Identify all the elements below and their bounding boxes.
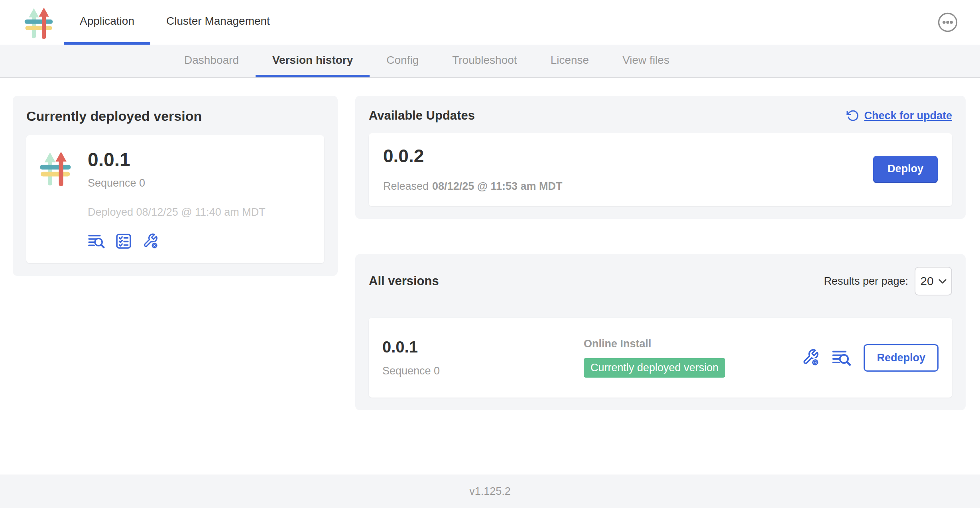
version-row-number: 0.0.1 [382,338,584,356]
deployed-timestamp: Deployed 08/12/25 @ 11:40 am MDT [88,206,266,219]
edit-config-button[interactable] [142,233,159,250]
main-content: Currently deployed version 0.0.1 Sequenc… [0,78,980,475]
refresh-ccw-icon [846,109,859,122]
chevron-down-icon [939,279,947,284]
deployed-version-number: 0.0.1 [88,149,266,171]
right-column: Available Updates Check for update 0.0.2… [355,96,966,410]
check-for-update-link[interactable]: Check for update [846,109,952,122]
deployed-version-column: Currently deployed version 0.0.1 Sequenc… [13,96,338,276]
available-updates-header: Available Updates Check for update [369,108,952,123]
subnav-item-config[interactable]: Config [370,45,435,77]
deploy-button[interactable]: Deploy [873,156,938,182]
all-versions-card: All versions Results per page: 20 0.0.1 … [355,254,966,410]
subnav-troubleshoot-label: Troubleshoot [452,54,517,67]
currently-deployed-card: Currently deployed version 0.0.1 Sequenc… [13,96,338,276]
primary-tabs: Application Cluster Management [64,0,286,45]
subnav-item-dashboard[interactable]: Dashboard [167,45,256,77]
deployed-version-tile: 0.0.1 Sequence 0 Deployed 08/12/25 @ 11:… [26,135,324,263]
results-per-page-label: Results per page: [824,275,908,287]
available-update-tile: 0.0.2 Released08/12/25 @ 11:53 am MDT De… [369,133,952,206]
install-type-label: Online Install [584,338,801,350]
subnav-config-label: Config [386,54,419,67]
update-released-line: Released08/12/25 @ 11:53 am MDT [383,180,563,193]
wrench-gear-icon [801,349,820,367]
version-row-sequence: Sequence 0 [382,365,584,377]
top-nav-spacer [286,0,938,45]
currently-deployed-title: Currently deployed version [26,108,324,124]
wrench-gear-icon [142,233,159,250]
version-row-info: 0.0.1 Sequence 0 [382,338,584,377]
available-update-info: 0.0.2 Released08/12/25 @ 11:53 am MDT [383,145,563,193]
check-for-update-label: Check for update [864,110,952,122]
redeploy-button[interactable]: Redeploy [864,344,939,372]
overflow-menu-button[interactable] [938,12,958,32]
results-per-page-select[interactable]: 20 [915,267,952,295]
subnav-item-troubleshoot[interactable]: Troubleshoot [435,45,533,77]
ellipsis-icon [938,12,958,32]
subnav-view-files-label: View files [622,54,669,67]
tab-cluster-management-label: Cluster Management [166,15,270,28]
view-logs-button[interactable] [832,349,852,366]
tab-application[interactable]: Application [64,0,150,45]
log-lines-magnifier-icon [832,349,852,366]
app-subnav: Dashboard Version history Config Trouble… [0,45,980,78]
version-row-actions: Redeploy [801,344,939,372]
subnav-item-license[interactable]: License [534,45,606,77]
deployed-version-actions [88,233,266,250]
app-logo [23,0,57,45]
version-row-type: Online Install Currently deployed versio… [584,338,801,378]
app-logo-icon [38,149,75,187]
available-updates-card: Available Updates Check for update 0.0.2… [355,96,966,219]
subnav-dashboard-label: Dashboard [184,54,239,67]
all-versions-title: All versions [369,274,439,288]
results-per-page: Results per page: 20 [824,267,952,295]
edit-config-button[interactable] [801,349,820,367]
subnav-version-history-label: Version history [272,54,353,67]
top-nav: Application Cluster Management [0,0,980,45]
version-row: 0.0.1 Sequence 0 Online Install Currentl… [369,318,952,398]
app-footer: v1.125.2 [0,475,980,508]
view-logs-button[interactable] [88,234,105,249]
app-logo-icon [23,5,57,40]
deployed-version-info: 0.0.1 Sequence 0 Deployed 08/12/25 @ 11:… [88,149,266,250]
console-version-label: v1.125.2 [469,485,511,498]
log-lines-magnifier-icon [88,234,105,249]
subnav-item-view-files[interactable]: View files [606,45,686,77]
all-versions-header: All versions Results per page: 20 [369,267,952,295]
checklist-icon [116,233,132,249]
subnav-license-label: License [551,54,589,67]
tab-cluster-management[interactable]: Cluster Management [150,0,286,45]
deployed-sequence: Sequence 0 [88,177,266,189]
tab-application-label: Application [80,15,134,28]
update-version-number: 0.0.2 [383,145,563,167]
subnav-item-version-history[interactable]: Version history [256,45,370,77]
available-updates-title: Available Updates [369,108,475,123]
results-per-page-value: 20 [920,274,933,288]
preflight-checks-button[interactable] [116,233,132,249]
released-timestamp: 08/12/25 @ 11:53 am MDT [432,180,563,192]
released-label: Released [383,180,429,192]
currently-deployed-badge: Currently deployed version [584,358,725,378]
